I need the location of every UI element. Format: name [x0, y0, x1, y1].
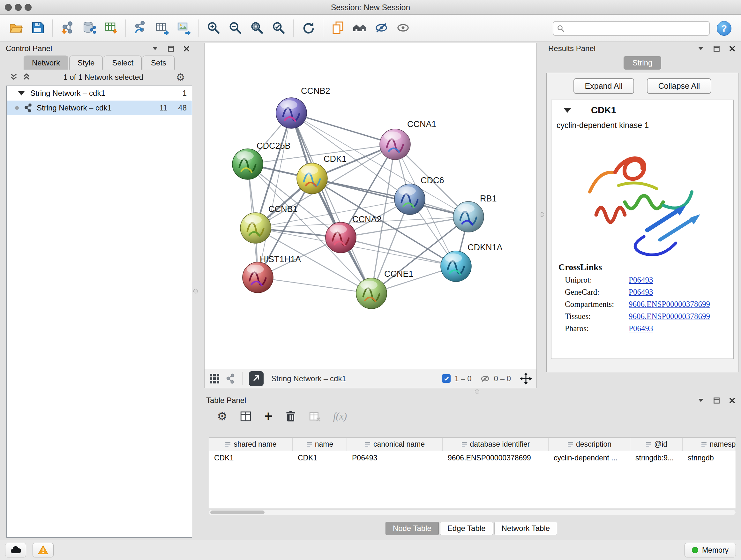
detach-view-button[interactable]: [249, 371, 264, 386]
column-header-shared-name[interactable]: shared name: [209, 438, 293, 451]
search-input[interactable]: [553, 21, 710, 36]
crosslink-link[interactable]: P06493: [629, 324, 653, 333]
panel-menu-icon[interactable]: [697, 398, 704, 402]
network-node-CCNB1[interactable]: CCNB1: [240, 204, 298, 243]
refresh-button[interactable]: [299, 18, 318, 39]
grid-view-icon[interactable]: [209, 373, 220, 384]
crosslink-link[interactable]: 9606.ENSP00000378699: [629, 300, 710, 309]
add-column-icon[interactable]: +: [264, 409, 273, 423]
import-network-from-file-button[interactable]: [58, 18, 77, 39]
column-header-namespace[interactable]: namespace: [683, 438, 736, 451]
column-header-name[interactable]: name: [293, 438, 347, 451]
tab-select[interactable]: Select: [104, 56, 142, 70]
hide-selected-button[interactable]: [372, 18, 391, 39]
results-panel: Results Panel String Expand All Collapse…: [546, 43, 738, 389]
expand-all-button[interactable]: Expand All: [574, 78, 634, 94]
network-edge-HIST1H1A-CCNE1[interactable]: [258, 277, 372, 294]
panel-menu-icon[interactable]: [152, 46, 158, 51]
crosslink-link[interactable]: P06493: [629, 275, 653, 285]
right-splitter-handle[interactable]: [540, 212, 544, 217]
network-collection-label: String Network – cdk1: [30, 89, 105, 98]
collapse-all-icon[interactable]: [10, 72, 18, 82]
panel-menu-icon[interactable]: [697, 46, 704, 51]
cloud-status-button[interactable]: [5, 543, 26, 557]
delete-column-trash-icon[interactable]: [285, 410, 296, 422]
column-header-canonical-name[interactable]: canonical name: [347, 438, 443, 451]
column-header-description[interactable]: description: [549, 438, 630, 451]
network-node-RB1[interactable]: RB1: [453, 194, 497, 232]
cell-description[interactable]: cyclin-dependent ...: [549, 451, 630, 464]
save-session-button[interactable]: [28, 18, 47, 39]
hidden-eye-icon[interactable]: [480, 374, 490, 384]
network-tree-child-row[interactable]: String Network – cdk1 11 48: [7, 101, 192, 115]
collapse-protein-icon[interactable]: [563, 108, 571, 113]
panel-float-icon[interactable]: [714, 397, 720, 403]
cell-namespace[interactable]: stringdb: [683, 451, 736, 464]
warnings-button[interactable]: [32, 543, 54, 557]
clone-network-button[interactable]: [328, 18, 347, 39]
scrollbar-thumb[interactable]: [210, 510, 265, 514]
zoom-in-button[interactable]: [204, 18, 223, 39]
export-table-button[interactable]: [152, 18, 172, 39]
panel-close-icon[interactable]: [184, 46, 190, 52]
bottom-splitter-handle[interactable]: [475, 389, 479, 394]
zoom-fit-button[interactable]: [247, 18, 266, 39]
network-node-CCNE1[interactable]: CCNE1: [356, 269, 414, 309]
cell-canonical-name[interactable]: P06493: [347, 451, 443, 464]
crosslink-row: Uniprot: P06493: [565, 275, 733, 285]
cell-name[interactable]: CDK1: [293, 451, 347, 464]
cell-database-identifier[interactable]: 9606.ENSP00000378699: [443, 451, 549, 464]
export-image-button[interactable]: [174, 18, 193, 39]
show-selected-button[interactable]: [394, 18, 413, 39]
tab-edge-table[interactable]: Edge Table: [440, 522, 493, 535]
cell-id[interactable]: stringdb:9...: [630, 451, 683, 464]
network-list-icon[interactable]: [225, 373, 236, 384]
network-tree-root-row[interactable]: String Network – cdk1 1: [7, 86, 192, 101]
open-session-button[interactable]: [6, 18, 25, 39]
zoom-selected-button[interactable]: [269, 18, 288, 39]
crosslink-link[interactable]: P06493: [629, 288, 653, 297]
horizontal-scrollbar[interactable]: [209, 509, 736, 515]
crosslink-link[interactable]: 9606.ENSP00000378699: [629, 312, 710, 321]
column-header-id[interactable]: @id: [630, 438, 683, 451]
column-header-database-identifier[interactable]: database identifier: [443, 438, 549, 451]
tab-network[interactable]: Network: [23, 56, 68, 70]
network-edge-CCNB2-CCNE1[interactable]: [291, 113, 372, 294]
gear-icon[interactable]: ⚙: [176, 72, 185, 82]
show-all-networks-button[interactable]: [350, 18, 369, 39]
left-splitter-handle[interactable]: [193, 289, 198, 294]
table-settings-gear-icon[interactable]: ⚙: [217, 411, 227, 422]
expand-all-icon[interactable]: [22, 72, 30, 82]
tab-network-table[interactable]: Network Table: [494, 522, 557, 535]
collapse-all-button[interactable]: Collapse All: [647, 78, 712, 94]
network-edge-CDK1-RB1[interactable]: [312, 179, 468, 217]
tab-sets[interactable]: Sets: [143, 56, 175, 70]
tab-style[interactable]: Style: [69, 56, 103, 70]
panel-close-icon[interactable]: [729, 397, 735, 403]
tab-string[interactable]: String: [623, 56, 662, 70]
panel-float-icon[interactable]: [168, 46, 174, 52]
network-node-CCNA1[interactable]: CCNA1: [380, 119, 436, 160]
export-network-button[interactable]: [131, 18, 150, 39]
network-edge-CCNB2-CCNA1[interactable]: [291, 113, 395, 144]
zoom-out-button[interactable]: [226, 18, 245, 39]
delete-table-icon-disabled: [309, 411, 320, 422]
network-canvas[interactable]: CCNB2CCNA1CDC25BCDK1CDC6RB1CCNB1CCNA2CDK…: [205, 43, 536, 369]
import-network-from-database-button[interactable]: [79, 18, 98, 39]
panel-close-icon[interactable]: [729, 46, 735, 52]
table-row[interactable]: CDK1 CDK1 P06493 9606.ENSP00000378699 cy…: [209, 451, 736, 464]
network-node-CDK1[interactable]: CDK1: [297, 154, 347, 194]
import-table-from-file-button[interactable]: [101, 18, 120, 39]
cell-shared-name[interactable]: CDK1: [209, 451, 293, 464]
help-button[interactable]: ?: [717, 21, 731, 36]
selected-checkbox-icon[interactable]: [442, 374, 451, 383]
panel-float-icon[interactable]: [714, 46, 720, 52]
tab-node-table[interactable]: Node Table: [386, 522, 439, 535]
memory-button[interactable]: Memory: [684, 543, 736, 557]
network-edge-CCNB2-HIST1H1A[interactable]: [258, 113, 291, 277]
move-crosshair-icon[interactable]: [520, 373, 532, 385]
network-node-CDKN1A[interactable]: CDKN1A: [441, 243, 502, 282]
show-columns-icon[interactable]: [240, 411, 252, 422]
tree-collapse-icon[interactable]: [18, 91, 24, 96]
network-node-HIST1H1A[interactable]: HIST1H1A: [243, 254, 301, 293]
